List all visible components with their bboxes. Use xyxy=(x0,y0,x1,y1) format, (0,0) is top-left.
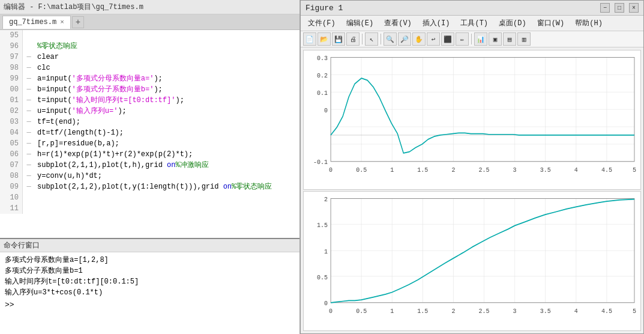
prompt-symbol: >> xyxy=(5,300,14,309)
svg-text:2: 2 xyxy=(451,166,455,174)
toolbar-print-btn[interactable]: 🖨 xyxy=(346,32,360,46)
svg-text:5: 5 xyxy=(633,166,636,174)
line-dash: — xyxy=(23,117,35,127)
code-line-106: 06 — h=r(1)*exp(p(1)*t)+r(2)*exp(p(2)*t)… xyxy=(0,149,299,160)
svg-text:2.5: 2.5 xyxy=(479,308,490,315)
toolbar-save-btn[interactable]: 💾 xyxy=(332,32,345,46)
figure-controls: − □ × xyxy=(600,3,639,13)
plot-upper[interactable]: 0.3 0.2 0.1 0 -0.1 0 0.5 1 1.5 2 2.5 3 3… xyxy=(303,50,641,190)
svg-text:0.2: 0.2 xyxy=(317,71,328,79)
toolbar-pan-btn[interactable]: ✋ xyxy=(412,32,426,46)
code-line-103: 03 — tf=t(end); xyxy=(0,117,299,127)
toolbar-new-btn[interactable]: 📄 xyxy=(303,32,316,46)
line-dash xyxy=(23,203,35,214)
cmd-line-1: 多项式分母系数向量a=[1,2,8] xyxy=(5,255,295,266)
minimize-button[interactable]: − xyxy=(600,3,610,13)
svg-text:1: 1 xyxy=(390,308,394,315)
svg-text:1: 1 xyxy=(390,166,394,174)
figure-panel: Figure 1 − □ × 文件(F) 编辑(E) 查看(V) 插入(I) 工… xyxy=(300,0,644,334)
svg-text:0.1: 0.1 xyxy=(317,89,328,97)
code-line-107: 07 — subplot(2,1,1),plot(t,h),grid on%冲激… xyxy=(0,160,299,171)
menu-insert[interactable]: 插入(I) xyxy=(418,17,455,29)
plot-lower[interactable]: 2 1.5 1 0.5 0 0 0.5 1 1.5 2 2.5 3 3.5 4 … xyxy=(303,191,641,331)
svg-text:0.5: 0.5 xyxy=(356,308,367,315)
svg-text:1.5: 1.5 xyxy=(417,166,428,174)
toolbar-zoom-in-btn[interactable]: 🔍 xyxy=(384,32,397,46)
line-code: %零状态响应 xyxy=(35,41,299,52)
svg-text:5: 5 xyxy=(633,308,636,315)
line-dash: — xyxy=(23,181,35,192)
line-code: [r,p]=residue(b,a); xyxy=(35,138,299,149)
command-title: 命令行窗口 xyxy=(0,239,299,252)
code-line-95: 95 xyxy=(0,30,299,41)
command-content[interactable]: 多项式分母系数向量a=[1,2,8] 多项式分子系数向量b=1 输入时间序列t=… xyxy=(0,252,299,334)
figure-title: Figure 1 xyxy=(305,4,343,13)
line-code: subplot(2,1,1),plot(t,h),grid on%冲激响应 xyxy=(35,160,299,171)
figure-toolbar: 📄 📂 💾 🖨 ↖ 🔍 🔎 ✋ ↩ ⬛ ✏ 📊 ▣ ▤ ▥ xyxy=(301,31,643,47)
toolbar-rotate-btn[interactable]: ↩ xyxy=(427,32,440,46)
menu-view[interactable]: 查看(V) xyxy=(379,17,417,29)
line-code xyxy=(35,203,299,214)
code-line-111: 11 xyxy=(0,203,299,214)
svg-rect-0 xyxy=(304,50,640,189)
command-area: 命令行窗口 多项式分母系数向量a=[1,2,8] 多项式分子系数向量b=1 输入… xyxy=(0,238,299,334)
line-number: 09 xyxy=(0,181,23,192)
svg-text:0: 0 xyxy=(329,308,333,315)
line-code: clc xyxy=(35,62,299,73)
menu-edit[interactable]: 编辑(E) xyxy=(342,17,379,29)
line-number: 97 xyxy=(0,52,23,62)
line-number: 98 xyxy=(0,62,23,73)
line-number: 08 xyxy=(0,171,23,181)
menu-window[interactable]: 窗口(W) xyxy=(532,17,570,29)
line-number: 11 xyxy=(0,203,23,214)
menu-tools[interactable]: 工具(T) xyxy=(456,17,493,29)
toolbar-cursor-btn[interactable]: ↖ xyxy=(365,32,378,46)
line-code xyxy=(35,30,299,41)
line-dash: — xyxy=(23,95,35,106)
line-dash: — xyxy=(23,171,35,181)
tab-close-icon[interactable]: × xyxy=(60,19,64,26)
line-code: tf=t(end); xyxy=(35,117,299,127)
line-dash: — xyxy=(23,73,35,84)
cmd-line-3: 输入时间序列t=[t0:dt:tf][0:0.1:5] xyxy=(5,276,295,287)
toolbar-grid-btn[interactable]: ▤ xyxy=(503,32,516,46)
svg-text:3: 3 xyxy=(513,166,517,174)
line-dash: — xyxy=(23,62,35,73)
svg-text:0: 0 xyxy=(324,300,328,308)
line-number: 03 xyxy=(0,117,23,127)
menu-help[interactable]: 帮助(H) xyxy=(570,17,607,29)
line-code: h=r(1)*exp(p(1)*t)+r(2)*exp(p(2)*t); xyxy=(35,149,299,160)
svg-text:3.5: 3.5 xyxy=(540,166,551,174)
toolbar-legend-btn[interactable]: 📊 xyxy=(474,32,487,46)
svg-text:4.5: 4.5 xyxy=(601,308,612,315)
line-dash: — xyxy=(23,106,35,117)
svg-text:0.5: 0.5 xyxy=(317,273,328,281)
toolbar-colorbar-btn[interactable]: ▣ xyxy=(489,32,502,46)
tab-gq7times[interactable]: gq_7times.m × xyxy=(2,16,71,29)
menu-desktop[interactable]: 桌面(D) xyxy=(494,17,531,29)
line-number: 02 xyxy=(0,106,23,117)
code-line-105: 05 — [r,p]=residue(b,a); xyxy=(0,138,299,149)
toolbar-open-btn[interactable]: 📂 xyxy=(317,32,331,46)
toolbar-brush-btn[interactable]: ✏ xyxy=(456,32,469,46)
menu-file[interactable]: 文件(F) xyxy=(303,17,340,29)
line-code xyxy=(35,192,299,203)
tab-add-button[interactable]: + xyxy=(72,16,84,28)
plot-lower-svg: 2 1.5 1 0.5 0 0 0.5 1 1.5 2 2.5 3 3.5 4 … xyxy=(304,192,640,330)
svg-text:2: 2 xyxy=(324,196,328,204)
toolbar-zoom-out-btn[interactable]: 🔎 xyxy=(398,32,411,46)
line-code: u=input('输入序列u='); xyxy=(35,106,299,117)
line-code: dt=tf/(length(t)-1); xyxy=(35,127,299,138)
toolbar-sep-1 xyxy=(362,34,363,44)
restore-button[interactable]: □ xyxy=(615,3,624,13)
toolbar-axes-btn[interactable]: ▥ xyxy=(517,32,531,46)
line-dash xyxy=(23,192,35,203)
toolbar-datacursor-btn[interactable]: ⬛ xyxy=(441,32,454,46)
close-button[interactable]: × xyxy=(629,3,639,13)
figure-plots: 0.3 0.2 0.1 0 -0.1 0 0.5 1 1.5 2 2.5 3 3… xyxy=(301,47,643,333)
code-line-109: 09 — subplot(2,1,2),plot(t,y(1:length(t)… xyxy=(0,181,299,192)
svg-rect-37 xyxy=(304,192,640,330)
line-code: clear xyxy=(35,52,299,62)
code-line-98: 98 — clc xyxy=(0,62,299,73)
line-number: 04 xyxy=(0,127,23,138)
